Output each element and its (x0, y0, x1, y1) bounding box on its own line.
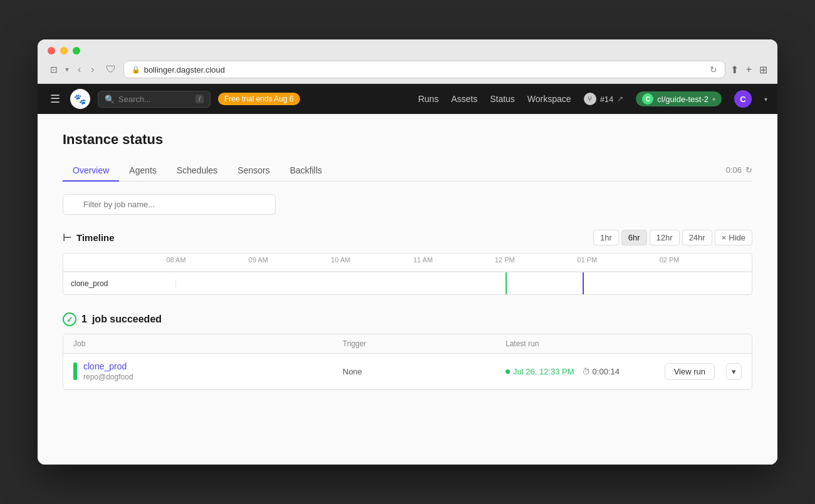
traffic-light-yellow (60, 47, 68, 54)
success-label: job succeeded (92, 314, 162, 325)
timeline-section: ⊢ Timeline 1hr 6hr 12hr 24hr × Hide (63, 230, 752, 295)
tab-agents[interactable]: Agents (119, 160, 167, 182)
success-count: 1 (81, 314, 87, 325)
workspace-nav-link[interactable]: Workspace (527, 94, 571, 104)
hamburger-menu-icon[interactable]: ☰ (48, 90, 63, 108)
time-label-01pm: 01 PM (577, 256, 597, 264)
tab-overview[interactable]: Overview (63, 160, 119, 182)
traffic-light-red (48, 47, 55, 54)
runs-nav-link[interactable]: Runs (418, 94, 439, 104)
github-icon: ⑂ (584, 93, 596, 105)
table-row: clone_prod repo@dogfood None Jul 26, 12:… (63, 354, 752, 389)
jobs-table-header: Job Trigger Latest run (63, 334, 752, 354)
time-label-12pm: 12 PM (495, 256, 515, 264)
chevron-down-small: ▾ (65, 65, 69, 74)
time-label-11am: 11 AM (413, 256, 433, 264)
user-avatar[interactable]: C (734, 90, 752, 108)
hide-label: Hide (729, 233, 745, 242)
job-repo: repo@dogfood (83, 373, 133, 381)
run-duration-text: 0:00:14 (593, 367, 620, 376)
job-trigger: None (343, 367, 506, 376)
timeline-chart: 08 AM 09 AM 10 AM 11 AM 12 PM 01 PM 02 P… (63, 253, 752, 295)
sidebar-toggle-icon[interactable]: ⊡ (48, 62, 60, 77)
success-icon: ✓ (63, 312, 76, 326)
branch-avatar: C (642, 93, 653, 105)
branch-dropdown-icon: ▾ (712, 96, 715, 103)
timeline-controls: 1hr 6hr 12hr 24hr × Hide (593, 230, 752, 245)
back-button[interactable]: ‹ (74, 63, 85, 76)
time-label-08am: 08 AM (166, 256, 185, 264)
page-title: Instance status (63, 131, 752, 148)
branch-selector[interactable]: C cl/guide-test-2 ▾ (636, 91, 722, 106)
success-section: ✓ 1 job succeeded Job Trigger Latest run… (63, 312, 752, 390)
job-link[interactable]: clone_prod (83, 361, 133, 371)
time-label-02pm: 02 PM (660, 256, 680, 264)
clock-icon: ⏱ (582, 367, 590, 376)
row-dropdown-button[interactable]: ▾ (726, 363, 742, 380)
filter-bar: 🔍 (63, 194, 752, 215)
time-6hr-button[interactable]: 6hr (621, 230, 647, 245)
timeline-bar-area (176, 272, 752, 294)
app-logo[interactable]: 🐾 (70, 89, 90, 109)
filter-input[interactable] (63, 194, 276, 215)
shield-icon: 🛡 (106, 64, 116, 75)
new-tab-icon[interactable]: + (746, 64, 752, 76)
reload-icon[interactable]: ↻ (710, 64, 717, 75)
time-label-09am: 09 AM (249, 256, 268, 264)
time-12hr-button[interactable]: 12hr (650, 230, 680, 245)
run-date-text: Jul 26, 12:33 PM (513, 367, 574, 376)
col-header-trigger: Trigger (343, 339, 506, 348)
tabs-container: Overview Agents Schedules Sensors Backfi… (63, 160, 332, 181)
jobs-table: Job Trigger Latest run clone_prod repo@d… (63, 334, 752, 390)
github-pr-link[interactable]: ⑂ #14 ↗ (584, 93, 624, 105)
col-header-latest-run: Latest run (506, 339, 742, 348)
grid-icon[interactable]: ⊞ (759, 64, 767, 76)
user-menu-arrow[interactable]: ▾ (764, 96, 767, 103)
timeline-axis: 08 AM 09 AM 10 AM 11 AM 12 PM 01 PM 02 P… (176, 256, 752, 269)
tab-sensors[interactable]: Sensors (227, 160, 279, 182)
timeline-marker-green (506, 272, 507, 294)
status-nav-link[interactable]: Status (490, 94, 515, 104)
traffic-light-green (73, 47, 80, 54)
branch-name: cl/guide-test-2 (657, 95, 709, 104)
job-name-column: clone_prod repo@dogfood (73, 361, 343, 381)
hide-x-icon: × (722, 233, 727, 242)
logo-icon: 🐾 (74, 93, 86, 105)
tab-backfills[interactable]: Backfills (280, 160, 332, 182)
timer-value: 0:06 (726, 165, 742, 175)
search-shortcut-badge: / (195, 95, 204, 103)
refresh-icon[interactable]: ↻ (745, 165, 752, 175)
timeline-job-name: clone_prod (63, 279, 176, 288)
time-1hr-button[interactable]: 1hr (593, 230, 619, 245)
trial-badge: Free trial ends Aug 6 (218, 93, 300, 105)
run-duration: ⏱ 0:00:14 (582, 367, 620, 376)
time-label-10am: 10 AM (331, 256, 350, 264)
search-icon: 🔍 (105, 95, 115, 104)
view-run-button[interactable]: View run (665, 363, 715, 380)
col-header-job: Job (73, 339, 343, 348)
job-latest-run: Jul 26, 12:33 PM ⏱ 0:00:14 View run ▾ (506, 363, 742, 380)
address-bar[interactable]: 🔒 bollinger.dagster.cloud ↻ (123, 61, 725, 78)
run-status-dot (506, 369, 510, 374)
global-search[interactable]: 🔍 Search... / (98, 91, 210, 108)
share-icon[interactable]: ⬆ (730, 64, 739, 76)
job-status-bar (73, 363, 77, 380)
forward-button[interactable]: › (87, 63, 98, 76)
hide-button[interactable]: × Hide (715, 230, 752, 245)
timeline-icon: ⊢ (63, 232, 71, 244)
run-date-link[interactable]: Jul 26, 12:33 PM (506, 367, 574, 376)
lock-icon: 🔒 (132, 66, 140, 74)
github-pr-number: #14 (600, 95, 614, 104)
assets-nav-link[interactable]: Assets (451, 94, 477, 104)
tab-schedules[interactable]: Schedules (167, 160, 227, 182)
search-placeholder-text: Search... (118, 95, 151, 104)
url-text: bollinger.dagster.cloud (144, 65, 225, 75)
timeline-marker-blue (583, 272, 584, 294)
timeline-title-text: Timeline (76, 232, 115, 243)
time-24hr-button[interactable]: 24hr (682, 230, 712, 245)
external-link-icon: ↗ (617, 95, 623, 103)
timeline-row-clone-prod: clone_prod (63, 272, 752, 294)
